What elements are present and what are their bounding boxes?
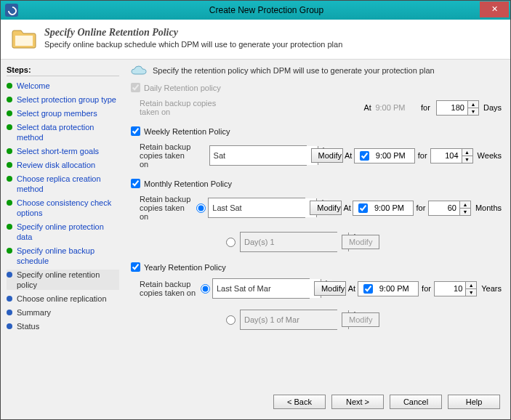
daily-value-input[interactable] xyxy=(437,101,467,115)
monthly-value-input[interactable] xyxy=(429,201,459,215)
folder-icon xyxy=(11,27,37,49)
spinner-down[interactable]: ▼ xyxy=(466,288,476,296)
step-7[interactable]: Choose consistency check options xyxy=(7,198,119,218)
yearly-checkbox[interactable] xyxy=(131,262,140,272)
yearly-opt2-value[interactable] xyxy=(241,310,348,329)
monthly-opt1-value[interactable] xyxy=(209,198,316,217)
yearly-time-check[interactable] xyxy=(363,284,373,294)
spinner-up[interactable]: ▲ xyxy=(462,149,472,156)
weekly-value-spinner[interactable]: ▲▼ xyxy=(430,148,473,163)
step-label: Choose consistency check options xyxy=(17,198,119,218)
cancel-button[interactable]: Cancel xyxy=(390,395,442,409)
daily-time: 9:00 PM xyxy=(375,103,414,112)
yearly-opt1-value[interactable] xyxy=(213,279,321,298)
spinner-down[interactable]: ▼ xyxy=(468,108,478,115)
weekly-unit: Weeks xyxy=(478,151,502,160)
wizard-header: Specify Online Retention Policy Specify … xyxy=(1,20,510,60)
step-label: Choose replica creation method xyxy=(17,174,119,194)
yearly-modify-2-button: Modify xyxy=(342,312,379,327)
yearly-opt1-list[interactable]: ˄˅ xyxy=(212,278,310,299)
monthly-opt2-list[interactable]: ˄˅ xyxy=(240,232,337,252)
step-label: Select protection group type xyxy=(17,94,116,105)
step-1[interactable]: Select protection group type xyxy=(7,94,119,105)
step-label: Choose online replication xyxy=(17,294,107,304)
at-label: At xyxy=(360,103,375,112)
weekly-checkbox-row[interactable]: Weekly Retention Policy xyxy=(131,126,502,136)
step-label: Summary xyxy=(17,307,51,318)
step-6[interactable]: Choose replica creation method xyxy=(7,174,119,194)
spinner-down[interactable]: ▼ xyxy=(460,208,470,215)
weekly-schedule-value[interactable] xyxy=(210,146,318,165)
step-bullet-icon xyxy=(7,97,12,102)
step-8[interactable]: Specify online protection data xyxy=(7,222,119,242)
step-bullet-icon xyxy=(7,323,12,329)
monthly-radio-2[interactable] xyxy=(226,238,236,247)
monthly-time-box[interactable] xyxy=(353,201,414,216)
daily-value-spinner[interactable]: ▲▼ xyxy=(436,100,479,116)
spinner-up[interactable]: ▲ xyxy=(466,282,476,288)
for-label: for xyxy=(415,103,436,112)
step-4[interactable]: Select short-term goals xyxy=(7,146,119,156)
step-9[interactable]: Specify online backup schedule xyxy=(7,246,119,266)
page-title: Specify Online Retention Policy xyxy=(44,27,342,39)
help-button[interactable]: Help xyxy=(448,395,500,409)
wizard-body: Steps: WelcomeSelect protection group ty… xyxy=(1,60,510,387)
yearly-radio-2[interactable] xyxy=(226,315,236,325)
monthly-retain-label: Retain backup copies taken on xyxy=(140,195,193,221)
monthly-opt1-list[interactable]: ˄˅ xyxy=(208,198,305,218)
weekly-time-box[interactable] xyxy=(354,148,415,163)
window-title: Create New Protection Group xyxy=(23,5,510,15)
back-button[interactable]: < Back xyxy=(273,395,326,409)
monthly-unit: Months xyxy=(475,203,502,212)
yearly-checkbox-row[interactable]: Yearly Retention Policy xyxy=(131,262,502,272)
step-13: Status xyxy=(7,321,119,331)
cloud-icon xyxy=(131,65,147,76)
monthly-checkbox[interactable] xyxy=(131,179,140,188)
monthly-modify-1-button[interactable]: Modify xyxy=(310,201,342,215)
yearly-radio-1[interactable] xyxy=(201,284,210,294)
spinner-up[interactable]: ▲ xyxy=(460,201,470,208)
spinner-up[interactable]: ▲ xyxy=(468,101,478,108)
weekly-schedule-list[interactable]: ˄˅ xyxy=(209,145,307,166)
monthly-opt2-value[interactable] xyxy=(241,233,348,251)
step-0[interactable]: Welcome xyxy=(7,81,119,91)
weekly-modify-button[interactable]: Modify xyxy=(311,148,343,163)
daily-retain-label: Retain backup copies taken on xyxy=(140,99,217,116)
titlebar: Create New Protection Group ✕ xyxy=(1,1,510,20)
step-bullet-icon xyxy=(7,272,12,278)
spinner-down[interactable]: ▼ xyxy=(462,156,472,163)
step-10: Specify online retention policy xyxy=(7,270,119,290)
close-button[interactable]: ✕ xyxy=(480,1,509,17)
weekly-checkbox[interactable] xyxy=(131,126,140,136)
yearly-modify-1-button[interactable]: Modify xyxy=(314,281,346,296)
step-3[interactable]: Select data protection method xyxy=(7,122,119,142)
next-button[interactable]: Next > xyxy=(331,395,384,409)
steps-sidebar: Steps: WelcomeSelect protection group ty… xyxy=(1,60,125,387)
daily-checkbox xyxy=(131,83,140,92)
daily-title: Daily Retention policy xyxy=(144,84,221,92)
weekly-row: Retain backup copies taken on ˄˅ Modify … xyxy=(140,142,502,169)
monthly-value-spinner[interactable]: ▲▼ xyxy=(428,201,471,216)
weekly-time-check[interactable] xyxy=(360,151,369,161)
monthly-row-2: ˄˅ Modify xyxy=(140,232,502,252)
step-bullet-icon xyxy=(7,176,12,182)
for-label: for xyxy=(419,284,435,293)
step-label: Welcome xyxy=(17,81,50,91)
wizard-footer: < Back Next > Cancel Help xyxy=(1,387,510,419)
step-2[interactable]: Select group members xyxy=(7,108,119,118)
step-5[interactable]: Review disk allocation xyxy=(7,160,119,170)
daily-unit: Days xyxy=(483,103,502,112)
monthly-time-value[interactable] xyxy=(373,203,411,213)
yearly-value-spinner[interactable]: ▲▼ xyxy=(434,281,477,296)
yearly-time-box[interactable] xyxy=(358,281,419,296)
monthly-row-1: Retain backup copies taken on ˄˅ Modify … xyxy=(140,195,502,221)
weekly-time-value[interactable] xyxy=(374,150,412,161)
step-bullet-icon xyxy=(7,224,12,230)
monthly-radio-1[interactable] xyxy=(196,203,206,213)
yearly-opt2-list[interactable]: ˄˅ xyxy=(240,310,337,330)
monthly-checkbox-row[interactable]: Monthly Retention Policy xyxy=(131,179,502,188)
yearly-value-input[interactable] xyxy=(435,282,465,296)
weekly-value-input[interactable] xyxy=(431,149,462,163)
yearly-time-value[interactable] xyxy=(378,283,416,294)
monthly-time-check[interactable] xyxy=(358,203,368,213)
